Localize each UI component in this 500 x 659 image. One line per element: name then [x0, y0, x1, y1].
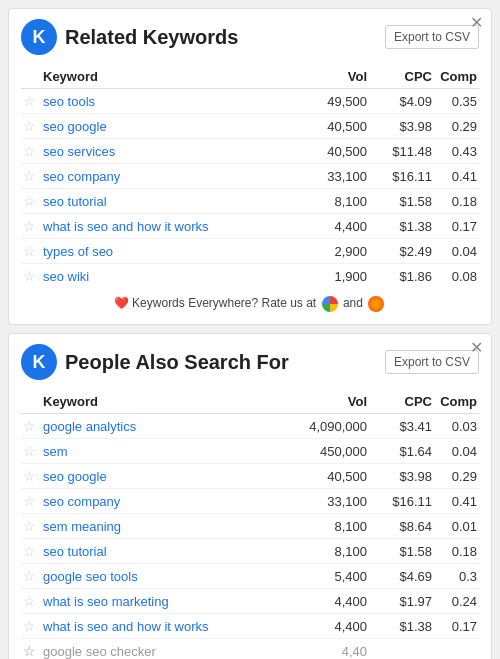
star-cell[interactable]: ☆	[21, 564, 41, 589]
card-title-1: Related Keywords	[65, 26, 238, 49]
comp-cell: 0.04	[434, 439, 479, 464]
vol-cell: 5,400	[299, 564, 369, 589]
keyword-cell[interactable]: google seo tools	[41, 564, 299, 589]
export-csv-button-2[interactable]: Export to CSV	[385, 350, 479, 374]
keyword-cell[interactable]: seo company	[41, 164, 299, 189]
th-comp-2: Comp	[434, 390, 479, 414]
star-cell[interactable]: ☆	[21, 214, 41, 239]
keyword-cell[interactable]: seo tutorial	[41, 189, 299, 214]
cpc-cell: $8.64	[369, 514, 434, 539]
cpc-cell: $3.98	[369, 114, 434, 139]
keyword-cell[interactable]: seo tutorial	[41, 539, 299, 564]
cpc-cell: $11.48	[369, 139, 434, 164]
star-cell[interactable]: ☆	[21, 439, 41, 464]
table-header-row-2: Keyword Vol CPC Comp	[21, 390, 479, 414]
star-cell[interactable]: ☆	[21, 114, 41, 139]
keyword-cell[interactable]: sem	[41, 439, 299, 464]
table-row: ☆ seo company 33,100 $16.11 0.41	[21, 164, 479, 189]
table-row: ☆ seo google 40,500 $3.98 0.29	[21, 464, 479, 489]
comp-cell: 0.18	[434, 539, 479, 564]
vol-cell: 49,500	[299, 89, 369, 114]
star-cell[interactable]: ☆	[21, 514, 41, 539]
keyword-cell[interactable]: what is seo and how it works	[41, 214, 299, 239]
table-header-row-1: Keyword Vol CPC Comp	[21, 65, 479, 89]
vol-cell: 2,900	[299, 239, 369, 264]
table-row: ☆ google analytics 4,090,000 $3.41 0.03	[21, 414, 479, 439]
star-cell[interactable]: ☆	[21, 489, 41, 514]
cpc-cell: $1.38	[369, 214, 434, 239]
star-cell[interactable]: ☆	[21, 614, 41, 639]
table-row: ☆ sem meaning 8,100 $8.64 0.01	[21, 514, 479, 539]
k-logo-1: K	[21, 19, 57, 55]
export-csv-button-1[interactable]: Export to CSV	[385, 25, 479, 49]
comp-cell: 0.17	[434, 214, 479, 239]
cpc-cell: $3.41	[369, 414, 434, 439]
cpc-cell: $16.11	[369, 489, 434, 514]
cpc-cell: $1.86	[369, 264, 434, 289]
th-keyword-2: Keyword	[41, 390, 299, 414]
keyword-cell[interactable]: seo wiki	[41, 264, 299, 289]
keyword-cell[interactable]: seo google	[41, 114, 299, 139]
vol-cell: 40,500	[299, 114, 369, 139]
comp-cell: 0.17	[434, 614, 479, 639]
table-row: ☆ seo company 33,100 $16.11 0.41	[21, 489, 479, 514]
vol-cell: 1,900	[299, 264, 369, 289]
star-cell[interactable]: ☆	[21, 189, 41, 214]
keyword-cell[interactable]: what is seo marketing	[41, 589, 299, 614]
comp-cell: 0.04	[434, 239, 479, 264]
cpc-cell: $1.64	[369, 439, 434, 464]
people-also-search-card: ✕ K People Also Search For Export to CSV…	[8, 333, 492, 659]
vol-cell: 4,400	[299, 214, 369, 239]
star-cell[interactable]: ☆	[21, 464, 41, 489]
keyword-cell[interactable]: seo tools	[41, 89, 299, 114]
table-row: ☆ what is seo and how it works 4,400 $1.…	[21, 614, 479, 639]
keyword-cell[interactable]: seo services	[41, 139, 299, 164]
vol-cell: 33,100	[299, 164, 369, 189]
th-cpc-1: CPC	[369, 65, 434, 89]
comp-cell: 0.08	[434, 264, 479, 289]
star-cell[interactable]: ☆	[21, 414, 41, 439]
th-cpc-2: CPC	[369, 390, 434, 414]
chrome-icon[interactable]	[322, 296, 338, 312]
close-button-2[interactable]: ✕	[470, 340, 483, 356]
vol-cell: 4,090,000	[299, 414, 369, 439]
vol-cell: 40,500	[299, 139, 369, 164]
keyword-cell[interactable]: google analytics	[41, 414, 299, 439]
close-button-1[interactable]: ✕	[470, 15, 483, 31]
table-row: ☆ seo google 40,500 $3.98 0.29	[21, 114, 479, 139]
star-cell[interactable]: ☆	[21, 639, 41, 660]
related-keywords-card: ✕ K Related Keywords Export to CSV Keywo…	[8, 8, 492, 325]
title-group-1: K Related Keywords	[21, 19, 238, 55]
vol-cell: 8,100	[299, 539, 369, 564]
star-cell[interactable]: ☆	[21, 89, 41, 114]
comp-cell: 0.01	[434, 514, 479, 539]
keyword-cell[interactable]: google seo checker	[41, 639, 299, 660]
table-row: ☆ types of seo 2,900 $2.49 0.04	[21, 239, 479, 264]
rate-text: Keywords Everywhere? Rate us at	[132, 296, 319, 310]
keyword-cell[interactable]: sem meaning	[41, 514, 299, 539]
vol-cell: 450,000	[299, 439, 369, 464]
th-comp-1: Comp	[434, 65, 479, 89]
comp-cell: 0.35	[434, 89, 479, 114]
star-cell[interactable]: ☆	[21, 589, 41, 614]
table-row: ☆ seo tutorial 8,100 $1.58 0.18	[21, 539, 479, 564]
table-row: ☆ seo tools 49,500 $4.09 0.35	[21, 89, 479, 114]
star-cell[interactable]: ☆	[21, 239, 41, 264]
keyword-cell[interactable]: types of seo	[41, 239, 299, 264]
firefox-icon[interactable]	[368, 296, 384, 312]
star-cell[interactable]: ☆	[21, 139, 41, 164]
table-row: ☆ seo wiki 1,900 $1.86 0.08	[21, 264, 479, 289]
star-cell[interactable]: ☆	[21, 539, 41, 564]
comp-cell: 0.03	[434, 414, 479, 439]
star-cell[interactable]: ☆	[21, 164, 41, 189]
star-cell[interactable]: ☆	[21, 264, 41, 289]
keyword-cell[interactable]: seo company	[41, 489, 299, 514]
cpc-cell: $1.97	[369, 589, 434, 614]
table-row: ☆ seo tutorial 8,100 $1.58 0.18	[21, 189, 479, 214]
cpc-cell: $3.98	[369, 464, 434, 489]
heart-icon: ❤️	[114, 296, 129, 310]
keyword-cell[interactable]: what is seo and how it works	[41, 614, 299, 639]
related-keywords-table: Keyword Vol CPC Comp ☆ seo tools 49,500 …	[21, 65, 479, 288]
keyword-cell[interactable]: seo google	[41, 464, 299, 489]
vol-cell: 4,40	[299, 639, 369, 660]
